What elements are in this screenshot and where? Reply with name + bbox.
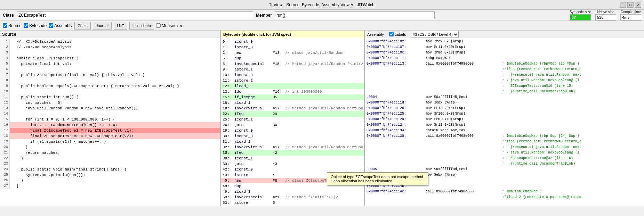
assembly-line: 0x00007fbf74ecc125:mov %r10d,0x8(%rsp) xyxy=(365,111,644,117)
bytecode-comment: // class java/util/Random xyxy=(285,50,343,56)
asm-comment: ; - ZCEscapeTest::run@19 (line 15) xyxy=(502,83,573,89)
bytecode-line[interactable]: 6:invokespecial#15// Method java/util/Ra… xyxy=(221,61,364,67)
bytecode-line[interactable]: 53:astore5 xyxy=(221,200,364,206)
bytecode-line[interactable]: 19:invokevirtual#17// Method java/util/R… xyxy=(221,106,364,111)
bytecode-line[interactable]: 49:iload_3 xyxy=(221,189,364,194)
asm-address: 0x00007fbf74ecc14e: xyxy=(367,189,426,194)
bytecode-operand: 30 xyxy=(273,122,285,128)
close-button[interactable]: ✕ xyxy=(635,2,641,8)
bytecode-line[interactable]: 26:goto30 xyxy=(221,122,364,128)
source-checkbox-label[interactable]: Source xyxy=(8,23,22,28)
compile-time-label: Compile time xyxy=(621,10,641,14)
bytecode-operand: #21 xyxy=(273,194,285,200)
bytecode-line[interactable]: 32:invokevirtual#17// Method java/util/R… xyxy=(221,144,364,150)
bytecode-comment: // class ZCEscapeTest xyxy=(285,206,333,206)
maximize-button[interactable]: □ xyxy=(627,2,634,8)
bytecode-size-metric: Bytecode size 37 xyxy=(570,10,591,20)
bytecode-line[interactable]: 2:new#13// class java/util/Random xyxy=(221,50,364,56)
journal-button[interactable]: Journal xyxy=(93,22,112,30)
bytecode-panel-header: Bytecode (double click for JVM spec) xyxy=(221,31,364,38)
assembly-line: ; - java.util.Random::nextBoolean@ (l xyxy=(365,150,644,156)
source-checkbox[interactable] xyxy=(3,23,7,28)
labels-label[interactable]: Labels xyxy=(395,32,406,36)
bytecode-comment: // int 100000000 xyxy=(285,89,322,94)
bytecode-operand: #17 xyxy=(273,106,285,111)
line-code: } xyxy=(10,156,23,161)
bytecode-instr: invokevirtual xyxy=(234,144,273,150)
bytecode-comment: // Method java/util/Random.nextBoolean()… xyxy=(285,144,364,150)
line-code: System.out.println(run()); xyxy=(10,172,85,178)
bytecode-line[interactable]: 38:iconst_1 xyxy=(221,156,364,161)
mouseover-checkbox-label[interactable]: Mouseover xyxy=(162,23,182,28)
labels-checkbox[interactable] xyxy=(389,32,394,36)
bytecode-line[interactable]: 1:istore_0 xyxy=(221,44,364,50)
bytecode-operand xyxy=(273,78,285,83)
bytecode-addr: 6: xyxy=(223,61,234,67)
bytecode-line[interactable]: 22:ifeq29 xyxy=(221,111,364,117)
bytecode-checkbox-group[interactable]: Bytecode xyxy=(24,23,47,28)
bytecode-line[interactable]: 42:iconst_0 xyxy=(221,167,364,172)
class-input[interactable] xyxy=(17,11,253,19)
asm-address: 0x00007fbf74ecc134: xyxy=(367,128,426,133)
chain-button[interactable]: Chain xyxy=(74,22,91,30)
bytecode-line[interactable]: 30:iconst_3 xyxy=(221,133,364,139)
bytecode-line[interactable]: 18:aload_1 xyxy=(221,100,364,106)
bytecode-line[interactable]: 55:new#8// class ZCEscapeTest xyxy=(221,206,364,206)
bytecode-line[interactable]: 35:ifeq42 xyxy=(221,150,364,156)
bytecode-line[interactable]: 50:invokespecial#21// Method "<init>":(I… xyxy=(221,194,364,200)
line-number: 27 xyxy=(0,183,10,189)
bytecode-line[interactable]: 29:iconst_0 xyxy=(221,128,364,133)
line-code: public class ZCEscapeTest { xyxy=(10,56,78,61)
asm-instruction xyxy=(426,83,502,89)
minimize-button[interactable]: — xyxy=(620,2,626,8)
bytecode-line[interactable]: 39:goto43 xyxy=(221,161,364,167)
labels-checkbox-group[interactable]: Labels xyxy=(389,32,406,36)
assembly-line: 0x00007fbf74ecc14e:call 0x00007fbf7498e6… xyxy=(365,189,644,194)
line-number: 19 xyxy=(0,139,10,144)
source-line: 9 public boolean equals(ZCEscapeTest et)… xyxy=(0,83,220,89)
asm-address: 0x00007fbf74ecc107: xyxy=(367,44,426,50)
lnt-button[interactable]: LNT xyxy=(114,22,127,30)
bytecode-line[interactable]: 5:dup xyxy=(221,56,364,61)
bytecode-line[interactable]: 15:if_icmpge85 xyxy=(221,94,364,100)
asm-instruction: mov $0xffffff45,%esi xyxy=(426,94,502,100)
bytecode-line[interactable]: 10:iconst_0 xyxy=(221,72,364,78)
bytecode-addr: 5: xyxy=(223,56,234,61)
bytecode-line[interactable]: 9:astore_1 xyxy=(221,67,364,72)
bytecode-line[interactable]: 0:iconst_0 xyxy=(221,39,364,44)
bytecode-line[interactable]: 12:iload_2 xyxy=(221,83,364,89)
source-checkbox-group[interactable]: Source xyxy=(3,23,22,28)
line-code xyxy=(10,89,12,94)
bytecode-line[interactable]: 13:ldc#16// int 100000000 xyxy=(221,89,364,94)
source-panel-content[interactable]: 1 // -XX:+DoEscapeAnalysis2 // -XX:-DoEs… xyxy=(0,38,220,206)
line-number: 8 xyxy=(0,78,10,83)
assembly-checkbox-label[interactable]: Assembly xyxy=(54,23,72,28)
assembly-line: 0x00007fbf74ecc120:mov %r12d,0x4(%rsp) xyxy=(365,106,644,111)
source-line: 6 xyxy=(0,67,220,72)
bytecode-line[interactable]: 11:istore_2 xyxy=(221,78,364,83)
compiler-select[interactable]: #3 (C2 / OSR / Level 4) #1 (C1 / Level 1… xyxy=(411,31,459,38)
asm-address: 0x00007fbf74ecc11d: xyxy=(367,100,426,106)
asm-instruction xyxy=(426,72,502,78)
bytecode-operand xyxy=(273,139,285,144)
assembly-line: ; {runtime_call UncommonTrapBlob} xyxy=(365,161,644,167)
bytecode-line[interactable]: 31:aload_1 xyxy=(221,139,364,144)
inlined-button[interactable]: Inlined into xyxy=(129,22,154,30)
bytecode-line[interactable]: 25:iconst_1 xyxy=(221,117,364,122)
member-input[interactable] xyxy=(275,11,435,19)
assembly-line: L0004:mov $0xffffff45,%esi xyxy=(365,94,644,100)
bytecode-comment: // Method "<init>":(I)V xyxy=(285,194,338,200)
assembly-line: 0x00007fbf74ecc102:mov %rcx,0x8(%rsp) xyxy=(365,39,644,44)
bytecode-checkbox[interactable] xyxy=(24,23,28,28)
assembly-line: ; {runtime_call UncommonTrapBlob} xyxy=(365,89,644,94)
window-controls[interactable]: — □ ✕ xyxy=(620,2,641,8)
mouseover-checkbox[interactable] xyxy=(156,23,161,28)
bytecode-operand: #17 xyxy=(273,144,285,150)
line-number: 14 xyxy=(0,111,10,117)
assembly-checkbox-group[interactable]: Assembly xyxy=(49,23,72,28)
bytecode-checkbox-label[interactable]: Bytecode xyxy=(29,23,47,28)
mouseover-checkbox-group[interactable]: Mouseover xyxy=(156,23,182,28)
bytecode-operand xyxy=(273,100,285,106)
assembly-checkbox[interactable] xyxy=(49,23,53,28)
source-line: 1 // -XX:+DoEscapeAnalysis xyxy=(0,39,220,44)
